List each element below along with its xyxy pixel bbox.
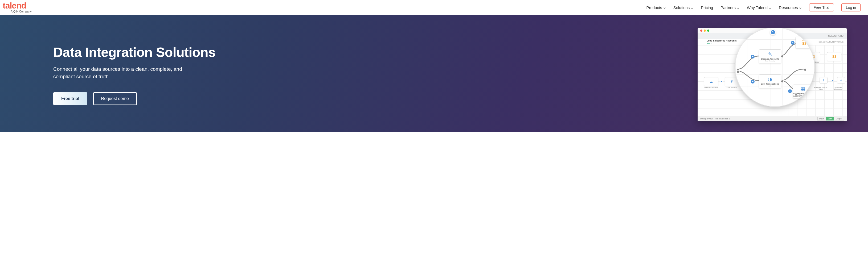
nav-label: Pricing: [701, 5, 713, 10]
brush-icon: ✎: [768, 51, 772, 57]
nav-products[interactable]: Products: [646, 5, 665, 10]
connector-dot-icon: [737, 70, 740, 73]
nav-label: Partners: [720, 5, 736, 10]
run-profile-label: SELECT A RUN PROFILE: [818, 41, 843, 43]
s3-icon: S3: [832, 55, 836, 59]
chevron-down-icon: [663, 5, 666, 10]
connector-dot-icon: [781, 55, 784, 58]
connector-dot-icon: [720, 80, 723, 83]
chevron-down-icon: [691, 5, 693, 10]
node-cleanse-accounts: ✎ Cleanse Accounts Data cleansing: [759, 49, 781, 63]
nav-label: Why Talend: [747, 5, 768, 10]
copy-icon: ⎘: [731, 80, 733, 83]
node-snowflake: ❄: [837, 77, 845, 83]
brand-logo[interactable]: talend A Qlik Company: [3, 2, 32, 13]
right-edge-nodes: Σ ❄: [819, 77, 845, 83]
footer-view-toggle: Input Both Output: [817, 117, 844, 121]
node-label: Aggregate Account Totals: [813, 87, 828, 90]
hero-title: Data Integration Solutions: [53, 45, 215, 60]
nav-solutions[interactable]: Solutions: [673, 5, 693, 10]
node-aggregate-totals: Σ: [819, 77, 828, 83]
node-label: Join Transactions: [761, 83, 779, 85]
magnifier-lens: ✎ Cleanse Accounts Data cleansing + ◑ Jo…: [735, 28, 815, 107]
node-sublabel: Join: [768, 85, 771, 87]
pill-both: Both: [826, 117, 834, 121]
mac-close-icon: [700, 30, 703, 32]
chevron-down-icon: [769, 5, 771, 10]
toolbar-hint: SELECT A RU: [828, 35, 843, 37]
connector-dot-icon: [804, 68, 807, 71]
node-label: Cleanse Accounts: [761, 58, 779, 60]
nav-partners[interactable]: Partners: [720, 5, 739, 10]
hero-request-demo-button[interactable]: Request demo: [93, 92, 137, 105]
mock-footer: Data preview – Field Selector 1 Input Bo…: [698, 116, 847, 121]
hero-copy: Data Integration Solutions Connect all y…: [53, 45, 215, 105]
connector-dot-icon: [781, 80, 784, 83]
pill-output: Output: [834, 117, 844, 121]
nav-label: Solutions: [673, 5, 690, 10]
product-screenshot: SELECT A RU Load Salesforce Accounts Bat…: [698, 28, 847, 121]
s3-icon: S3: [802, 42, 806, 45]
mac-minimize-icon: [704, 30, 706, 32]
node-label: Salesforce Accounts: [703, 87, 719, 88]
footer-left-text: Data preview – Field Selector 1: [700, 117, 730, 120]
chevron-down-icon: [799, 5, 802, 10]
logo-subtext: A Qlik Company: [3, 10, 32, 13]
nav-label: Resources: [779, 5, 798, 10]
node-label: Snowflake Warehouse: [831, 87, 846, 90]
hero-subtitle: Connect all your data sources into a cle…: [53, 65, 203, 80]
pill-input: Input: [817, 117, 826, 121]
nav-label: Products: [646, 5, 662, 10]
pipeline-title: Load Salesforce Accounts: [707, 39, 737, 42]
nav-why-talend[interactable]: Why Talend: [747, 5, 771, 10]
mac-zoom-icon: [707, 30, 709, 32]
connector-dot-icon: [831, 79, 833, 81]
login-button[interactable]: Log in: [841, 3, 861, 11]
node-label: Copy Accounts: [724, 87, 740, 88]
add-connector-icon: +: [791, 41, 795, 45]
pipeline-badge: Batch: [707, 42, 712, 45]
join-icon: ◑: [768, 76, 772, 82]
add-connector-icon: +: [751, 55, 754, 59]
nav-resources[interactable]: Resources: [779, 5, 802, 10]
main-header: talend A Qlik Company Products Solutions…: [0, 0, 868, 15]
aggregate-icon: ▦: [801, 86, 805, 92]
hero-section: Data Integration Solutions Connect all y…: [0, 15, 868, 132]
node-s3-dest: S3: [827, 52, 841, 61]
hero-actions: Free trial Request demo: [53, 92, 215, 105]
logo-text: talend: [3, 2, 26, 9]
cloud-icon: ☁: [710, 80, 713, 83]
chevron-down-icon: [737, 5, 739, 10]
primary-nav: Products Solutions Pricing Partners Why …: [646, 3, 861, 11]
nav-pricing[interactable]: Pricing: [701, 5, 713, 10]
free-trial-button[interactable]: Free Trial: [809, 3, 834, 11]
node-join-transactions: ◑ Join Transactions Join: [759, 74, 781, 88]
add-connector-icon: +: [751, 80, 754, 83]
node-sublabel: Data cleansing: [765, 60, 775, 62]
hero-free-trial-button[interactable]: Free trial: [53, 92, 87, 105]
step-badge: 1: [770, 29, 776, 35]
node-salesforce: ☁: [704, 77, 718, 86]
add-connector-icon: +: [788, 89, 792, 93]
